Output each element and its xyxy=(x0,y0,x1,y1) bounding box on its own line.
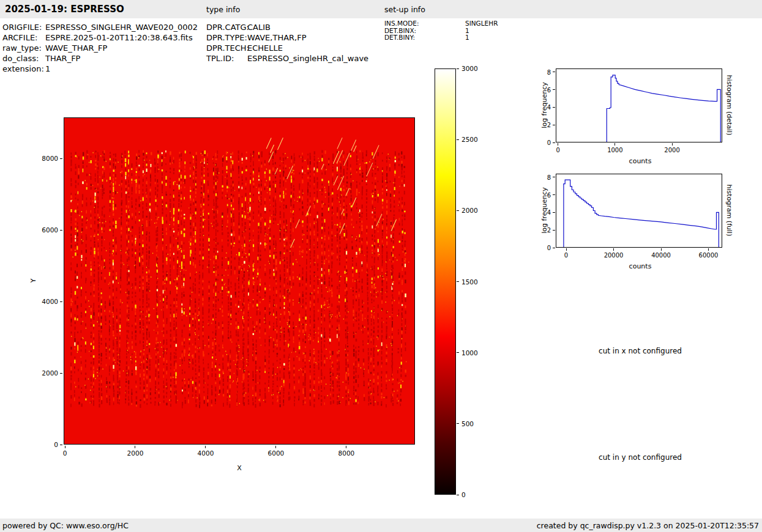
tick-mark xyxy=(672,143,673,146)
tick-mark xyxy=(60,373,62,374)
tick-mark xyxy=(60,158,62,159)
footer-credit-right: created by qc_rawdisp.py v1.2.3 on 2025-… xyxy=(537,521,759,530)
info-value: ECHELLE xyxy=(247,43,283,53)
tick-mark xyxy=(553,89,555,90)
tick-mark xyxy=(553,248,555,248)
tick-mark xyxy=(553,142,555,143)
tick-mark xyxy=(135,446,135,448)
hist-detail-title: histogram (detail) xyxy=(725,75,733,136)
tick-mark xyxy=(708,248,709,251)
tick-mark xyxy=(275,446,276,448)
tick-mark xyxy=(558,143,558,146)
histogram-line xyxy=(564,180,719,247)
tick-label: 500 xyxy=(461,420,474,427)
info-label: ORIGFILE: xyxy=(2,22,45,32)
tick-label: 2500 xyxy=(461,136,478,143)
info-row: TPL.ID:ESPRESSO_singleHR_cal_wave xyxy=(206,53,368,64)
tick-mark xyxy=(60,230,62,231)
type-info-block: DPR.CATG:CALIBDPR.TYPE:WAVE,THAR,FPDPR.T… xyxy=(206,22,368,64)
info-value: SINGLEHR xyxy=(465,20,498,28)
hist-full-xlabel: counts xyxy=(629,262,652,270)
tick-mark xyxy=(661,248,662,251)
histogram-full-plot xyxy=(556,174,722,248)
info-label: INS.MODE: xyxy=(384,20,465,28)
tick-mark xyxy=(205,446,206,448)
tick-mark xyxy=(613,248,614,251)
tick-label: 0 xyxy=(547,245,551,251)
tick-mark xyxy=(457,68,459,69)
tick-mark xyxy=(457,423,459,424)
info-value: 1 xyxy=(45,64,50,74)
info-value: WAVE,THAR,FP xyxy=(247,32,307,43)
tick-label: 40000 xyxy=(651,252,671,259)
tick-mark xyxy=(457,139,459,140)
info-value: WAVE_THAR_FP xyxy=(45,43,107,53)
tick-mark xyxy=(553,212,555,213)
info-value: CALIB xyxy=(247,22,271,32)
info-value: 1 xyxy=(465,34,469,42)
tick-label: 0 xyxy=(63,449,67,457)
tick-label: 6 xyxy=(547,86,551,93)
info-row: INS.MODE:SINGLEHR xyxy=(384,20,498,28)
tick-label: 2000 xyxy=(42,369,58,377)
tick-label: 6000 xyxy=(268,449,285,457)
tick-mark xyxy=(553,72,555,72)
info-row: do_class:THAR_FP xyxy=(2,53,198,64)
file-info-block: ORIGFILE:ESPRESSO_SINGLEHR_WAVE020_0002A… xyxy=(2,22,198,74)
setup-info-block: INS.MODE:SINGLEHRDET.BINX:1DET.BINY:1 xyxy=(384,20,498,42)
tick-mark xyxy=(65,446,65,448)
y-axis-label: Y xyxy=(29,279,37,283)
tick-label: 6 xyxy=(547,191,551,198)
info-label: ARCFILE: xyxy=(2,32,45,43)
info-value: ESPRESSO_singleHR_cal_wave xyxy=(247,53,368,64)
tick-label: 2000 xyxy=(127,449,144,457)
tick-mark xyxy=(553,107,555,108)
page-title: 2025-01-19: ESPRESSO xyxy=(5,4,124,15)
histogram-line xyxy=(607,75,720,142)
info-row: DPR.CATG:CALIB xyxy=(206,22,368,32)
type-info-heading: type info xyxy=(206,5,240,14)
tick-label: 0 xyxy=(556,147,560,153)
info-label: DET.BINY: xyxy=(384,34,465,42)
tick-mark xyxy=(60,445,62,445)
tick-label: 8 xyxy=(547,174,551,180)
tick-label: 0 xyxy=(54,441,58,448)
info-row: extension:1 xyxy=(2,64,198,74)
cut-x-note: cut in x not configured xyxy=(599,347,682,355)
tick-mark xyxy=(457,352,459,353)
info-value: THAR_FP xyxy=(45,53,80,64)
info-row: ORIGFILE:ESPRESSO_SINGLEHR_WAVE020_0002 xyxy=(2,22,198,32)
histogram-detail-canvas xyxy=(556,69,722,142)
tick-label: 60000 xyxy=(699,252,719,259)
header-bar: 2025-01-19: ESPRESSO type info set-up in… xyxy=(0,0,762,18)
info-value: ESPRESSO_SINGLEHR_WAVE020_0002 xyxy=(45,22,198,32)
histogram-detail-plot xyxy=(556,68,722,142)
tick-label: 20000 xyxy=(604,252,624,259)
info-label: extension: xyxy=(2,64,45,74)
tick-label: 4000 xyxy=(198,449,214,457)
tick-label: 2000 xyxy=(664,147,679,153)
cut-y-note: cut in y not configured xyxy=(599,453,682,462)
footer-credit-left: powered by QC: www.eso.org/HC xyxy=(2,521,129,530)
info-label: TPL.ID: xyxy=(206,53,247,64)
info-row: DPR.TECH:ECHELLE xyxy=(206,43,368,53)
tick-label: 1500 xyxy=(461,278,478,286)
tick-label: 2 xyxy=(547,122,551,128)
tick-label: 0 xyxy=(564,252,568,259)
info-row: ARCFILE:ESPRE.2025-01-20T11:20:38.643.fi… xyxy=(2,32,198,43)
tick-label: 4 xyxy=(547,209,551,216)
tick-label: 4 xyxy=(547,104,551,111)
tick-label: 3000 xyxy=(461,65,478,72)
tick-label: 8000 xyxy=(338,449,355,457)
info-label: DPR.CATG: xyxy=(206,22,247,32)
tick-label: 8 xyxy=(547,68,551,75)
tick-mark xyxy=(553,177,555,177)
footer-bar: powered by QC: www.eso.org/HC created by… xyxy=(0,519,762,532)
hist-full-title: histogram (full) xyxy=(725,185,733,237)
hist-detail-xlabel: counts xyxy=(629,157,652,165)
tick-label: 4000 xyxy=(42,298,58,305)
info-label: DPR.TECH: xyxy=(206,43,247,53)
tick-label: 1000 xyxy=(607,147,622,153)
colorbar xyxy=(435,68,456,495)
info-value: ESPRE.2025-01-20T11:20:38.643.fits xyxy=(45,32,193,43)
